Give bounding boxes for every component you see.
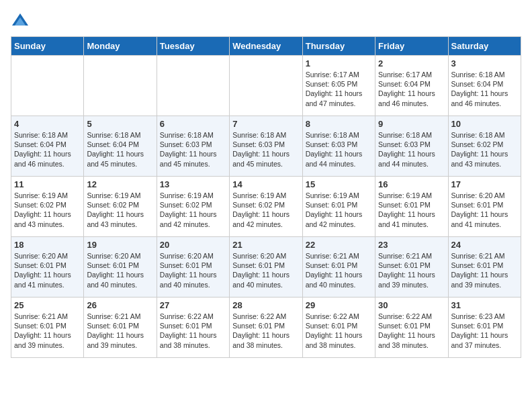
cell-line: Daylight: 11 hours [451, 89, 518, 98]
cell-line: Daylight: 11 hours [87, 330, 153, 340]
cell-line: Daylight: 11 hours [378, 149, 445, 158]
cell-line: Sunrise: 6:19 AM [232, 191, 299, 200]
day-number: 25 [14, 300, 81, 310]
calendar-cell: 12Sunrise: 6:19 AMSunset: 6:02 PMDayligh… [84, 177, 157, 237]
cell-line: Daylight: 11 hours [14, 210, 81, 219]
cell-line: Daylight: 11 hours [87, 210, 153, 219]
cell-line: Sunset: 6:01 PM [451, 200, 518, 210]
day-number: 6 [160, 119, 226, 129]
cell-line: and 43 minutes. [14, 220, 81, 229]
cell-line: Sunrise: 6:17 AM [306, 70, 372, 79]
calendar-cell: 3Sunrise: 6:18 AMSunset: 6:04 PMDaylight… [448, 56, 521, 116]
day-number: 19 [87, 240, 153, 250]
logo [11, 11, 32, 30]
day-header-monday: Monday [84, 37, 157, 56]
cell-line: Sunset: 6:01 PM [232, 321, 299, 330]
cell-line: Daylight: 11 hours [378, 210, 445, 219]
cell-line: Sunset: 6:02 PM [87, 200, 153, 210]
cell-line: Sunrise: 6:18 AM [232, 130, 299, 140]
cell-line: Sunset: 6:01 PM [160, 261, 226, 270]
calendar-cell: 26Sunrise: 6:21 AMSunset: 6:01 PMDayligh… [84, 298, 157, 358]
cell-line: and 39 minutes. [378, 280, 445, 289]
cell-line: and 38 minutes. [232, 340, 299, 350]
cell-line: Sunrise: 6:21 AM [306, 251, 372, 261]
cell-line: and 38 minutes. [378, 340, 445, 350]
calendar-cell: 8Sunrise: 6:18 AMSunset: 6:03 PMDaylight… [302, 116, 375, 177]
day-number: 9 [378, 119, 445, 129]
day-header-saturday: Saturday [448, 37, 521, 56]
cell-line: Sunrise: 6:22 AM [232, 312, 299, 321]
cell-line: Sunset: 6:01 PM [160, 321, 226, 330]
cell-line: Sunrise: 6:21 AM [87, 312, 153, 321]
cell-line: and 40 minutes. [87, 280, 153, 289]
cell-line: Sunset: 6:01 PM [14, 321, 81, 330]
calendar-cell: 23Sunrise: 6:21 AMSunset: 6:01 PMDayligh… [375, 237, 448, 298]
cell-line: Daylight: 11 hours [306, 89, 372, 98]
cell-line: Daylight: 11 hours [232, 270, 299, 279]
day-number: 16 [378, 179, 445, 189]
cell-line: Sunset: 6:02 PM [160, 200, 226, 210]
day-number: 20 [160, 240, 226, 250]
cell-line: Sunrise: 6:20 AM [451, 191, 518, 200]
calendar-cell: 22Sunrise: 6:21 AMSunset: 6:01 PMDayligh… [302, 237, 375, 298]
calendar-cell: 21Sunrise: 6:20 AMSunset: 6:01 PMDayligh… [230, 237, 302, 298]
calendar-cell: 11Sunrise: 6:19 AMSunset: 6:02 PMDayligh… [11, 177, 84, 237]
cell-line: Daylight: 11 hours [160, 149, 226, 158]
day-number: 31 [451, 300, 518, 310]
cell-line: Daylight: 11 hours [14, 330, 81, 340]
cell-line: Sunset: 6:01 PM [378, 321, 445, 330]
day-number: 18 [14, 240, 81, 250]
cell-line: and 42 minutes. [306, 220, 372, 229]
cell-line: and 43 minutes. [87, 220, 153, 229]
cell-line: and 46 minutes. [451, 99, 518, 108]
cell-line: Sunset: 6:01 PM [451, 321, 518, 330]
cell-line: and 39 minutes. [87, 340, 153, 350]
calendar-cell: 9Sunrise: 6:18 AMSunset: 6:03 PMDaylight… [375, 116, 448, 177]
day-number: 12 [87, 179, 153, 189]
cell-line: Sunset: 6:01 PM [87, 261, 153, 270]
cell-line: Daylight: 11 hours [160, 210, 226, 219]
cell-line: Sunset: 6:03 PM [378, 140, 445, 149]
cell-line: Sunrise: 6:19 AM [87, 191, 153, 200]
cell-line: Sunrise: 6:19 AM [306, 191, 372, 200]
cell-line: and 43 minutes. [451, 159, 518, 169]
calendar-cell: 19Sunrise: 6:20 AMSunset: 6:01 PMDayligh… [84, 237, 157, 298]
cell-line: Daylight: 11 hours [306, 149, 372, 158]
cell-line: Sunrise: 6:20 AM [14, 251, 81, 261]
cell-line: Sunset: 6:05 PM [306, 79, 372, 89]
cell-line: Daylight: 11 hours [232, 149, 299, 158]
calendar-cell: 27Sunrise: 6:22 AMSunset: 6:01 PMDayligh… [157, 298, 229, 358]
cell-line: Daylight: 11 hours [451, 210, 518, 219]
day-header-wednesday: Wednesday [230, 37, 302, 56]
cell-line: Sunset: 6:01 PM [14, 261, 81, 270]
day-number: 21 [232, 240, 299, 250]
day-number: 1 [306, 58, 372, 68]
day-number: 2 [378, 58, 445, 68]
cell-line: Sunset: 6:01 PM [306, 321, 372, 330]
calendar-cell [11, 56, 84, 116]
cell-line: Sunrise: 6:20 AM [160, 251, 226, 261]
cell-line: and 40 minutes. [232, 280, 299, 289]
day-header-tuesday: Tuesday [157, 37, 229, 56]
cell-line: and 45 minutes. [87, 159, 153, 169]
cell-line: Sunrise: 6:20 AM [87, 251, 153, 261]
calendar-week-2: 4Sunrise: 6:18 AMSunset: 6:04 PMDaylight… [11, 116, 521, 177]
cell-line: Sunrise: 6:21 AM [378, 251, 445, 261]
cell-line: Sunrise: 6:19 AM [378, 191, 445, 200]
cell-line: and 40 minutes. [306, 280, 372, 289]
cell-line: Sunset: 6:01 PM [378, 261, 445, 270]
cell-line: Sunrise: 6:18 AM [451, 70, 518, 79]
calendar-cell: 2Sunrise: 6:17 AMSunset: 6:04 PMDaylight… [375, 56, 448, 116]
day-number: 30 [378, 300, 445, 310]
calendar-cell: 31Sunrise: 6:23 AMSunset: 6:01 PMDayligh… [448, 298, 521, 358]
cell-line: and 46 minutes. [14, 159, 81, 169]
day-number: 10 [451, 119, 518, 129]
day-header-friday: Friday [375, 37, 448, 56]
cell-line: Daylight: 11 hours [232, 210, 299, 219]
cell-line: and 44 minutes. [378, 159, 445, 169]
cell-line: and 46 minutes. [378, 99, 445, 108]
calendar-cell: 14Sunrise: 6:19 AMSunset: 6:02 PMDayligh… [230, 177, 302, 237]
cell-line: Daylight: 11 hours [14, 270, 81, 279]
calendar-cell: 1Sunrise: 6:17 AMSunset: 6:05 PMDaylight… [302, 56, 375, 116]
day-number: 22 [306, 240, 372, 250]
